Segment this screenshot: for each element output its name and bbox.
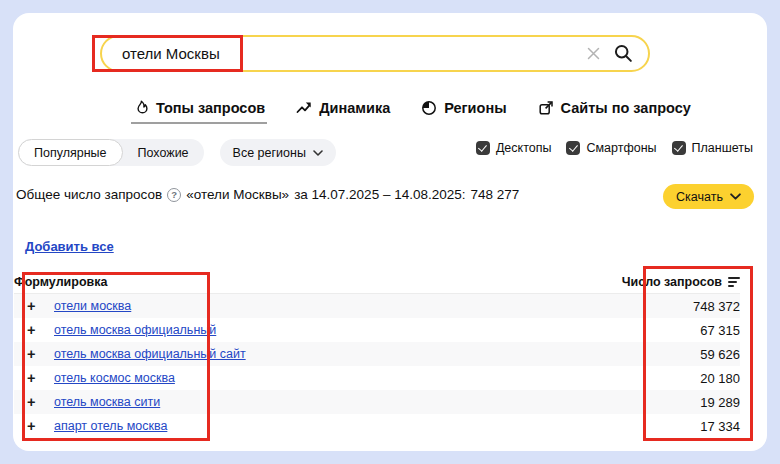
search-icon[interactable]: [606, 39, 640, 69]
table-row: + отель москва официальный сайт 59 626: [14, 342, 740, 366]
tab-top-queries[interactable]: Топы запросов: [131, 100, 267, 124]
table-header: Формулировка Число запросов: [14, 271, 740, 294]
queries-table: Формулировка Число запросов + отели моск…: [14, 271, 740, 438]
tab-regions[interactable]: Регионы: [419, 100, 508, 124]
download-button[interactable]: Скачать: [663, 184, 754, 209]
device-filters: Десктопы Смартфоны Планшеты: [476, 141, 753, 155]
table-row: + отели москва 748 372: [14, 294, 740, 318]
checkbox-label: Десктопы: [496, 141, 552, 155]
query-count: 59 626: [700, 347, 740, 362]
totals-summary: Общее число запросов ? «отели Москвы» за…: [16, 187, 519, 202]
summary-total: 748 277: [470, 187, 519, 202]
tab-dynamics[interactable]: Динамика: [294, 100, 392, 124]
tab-label: Сайты по запросу: [561, 100, 691, 116]
help-icon[interactable]: ?: [167, 188, 181, 202]
query-count: 19 289: [700, 395, 740, 410]
query-count: 20 180: [700, 371, 740, 386]
region-selector-label: Все регионы: [233, 146, 306, 160]
table-row: + апарт отель москва 17 334: [14, 414, 740, 438]
add-all-link[interactable]: Добавить все: [25, 239, 114, 254]
trend-icon: [296, 100, 312, 116]
popular-similar-toggle: Популярные Похожие: [18, 139, 204, 166]
checkbox-checked-icon: [566, 141, 580, 155]
phrase-link[interactable]: отель космос москва: [54, 371, 175, 385]
column-header-count[interactable]: Число запросов: [622, 275, 740, 289]
clear-icon[interactable]: [580, 41, 606, 67]
add-phrase-icon[interactable]: +: [27, 419, 43, 434]
checkbox-label: Смартфоны: [586, 141, 656, 155]
filter-chips: Популярные Похожие Все регионы: [18, 139, 336, 166]
summary-label: Общее число запросов: [16, 187, 162, 202]
table-row: + отель москва сити 19 289: [14, 390, 740, 414]
globe-icon: [421, 100, 437, 116]
checkbox-checked-icon: [476, 141, 490, 155]
search-input[interactable]: [102, 37, 580, 70]
checkbox-desktops[interactable]: Десктопы: [476, 141, 552, 155]
add-phrase-icon[interactable]: +: [27, 371, 43, 386]
toggle-similar[interactable]: Похожие: [123, 139, 204, 166]
column-header-phrase: Формулировка: [14, 275, 107, 289]
column-header-count-label: Число запросов: [622, 275, 722, 289]
sort-icon: [728, 277, 740, 286]
table-row: + отель москва официальный 67 315: [14, 318, 740, 342]
phrase-link[interactable]: отель москва официальный: [54, 323, 216, 337]
add-phrase-icon[interactable]: +: [27, 299, 43, 314]
add-phrase-icon[interactable]: +: [27, 395, 43, 410]
phrase-link[interactable]: апарт отель москва: [54, 419, 167, 433]
download-label: Скачать: [676, 190, 723, 204]
phrase-link[interactable]: отель москва официальный сайт: [54, 347, 246, 361]
summary-period: за 14.07.2025 – 14.08.2025:: [294, 187, 465, 202]
checkbox-tablets[interactable]: Планшеты: [672, 141, 753, 155]
search-bar: [100, 35, 650, 72]
chevron-down-icon: [313, 150, 323, 156]
phrase-link[interactable]: отели москва: [54, 299, 131, 313]
table-row: + отель космос москва 20 180: [14, 366, 740, 390]
add-phrase-icon[interactable]: +: [27, 347, 43, 362]
tab-label: Топы запросов: [156, 100, 265, 116]
chevron-down-icon: [730, 193, 741, 200]
tab-sites-by-query[interactable]: Сайты по запросу: [536, 100, 693, 124]
phrase-link[interactable]: отель москва сити: [54, 395, 160, 409]
summary-query: «отели Москвы»: [186, 187, 289, 202]
tab-label: Динамика: [319, 100, 390, 116]
query-count: 17 334: [700, 419, 740, 434]
query-count: 748 372: [693, 299, 740, 314]
checkbox-smartphones[interactable]: Смартфоны: [566, 141, 656, 155]
flame-icon: [133, 100, 149, 116]
checkbox-label: Планшеты: [692, 141, 753, 155]
add-phrase-icon[interactable]: +: [27, 323, 43, 338]
region-selector[interactable]: Все регионы: [220, 139, 336, 166]
checkbox-checked-icon: [672, 141, 686, 155]
query-count: 67 315: [700, 323, 740, 338]
tab-bar: Топы запросов Динамика Регионы Сайты по …: [131, 100, 693, 124]
tab-label: Регионы: [444, 100, 506, 116]
toggle-popular[interactable]: Популярные: [18, 139, 123, 166]
external-link-icon: [538, 100, 554, 116]
